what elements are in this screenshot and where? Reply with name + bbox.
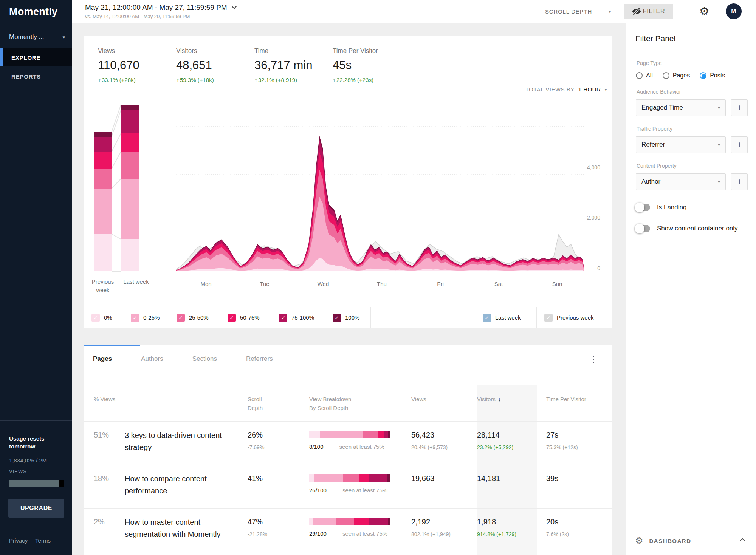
- toggle-switch[interactable]: [636, 225, 650, 232]
- breakdown-segment-50-75%: [354, 518, 369, 525]
- breakdown-segment-0-25%: [313, 518, 336, 525]
- cell-view-breakdown: 8/100seen at least 75%: [309, 431, 411, 465]
- bar-segment-75-100%: [121, 110, 139, 133]
- views-value: 2,192: [411, 518, 477, 526]
- table-row[interactable]: 2%How to master content segmentation wit…: [84, 508, 612, 552]
- filter-panel: Filter Panel Page Type AllPagesPosts Aud…: [626, 23, 756, 555]
- page-type-option-posts[interactable]: Posts: [700, 72, 725, 79]
- scroll-depth-layer-50-75%: [176, 152, 584, 271]
- filter-toggle-button[interactable]: FILTER: [624, 4, 673, 19]
- breakdown-segment-25-50%: [336, 518, 354, 525]
- metric-value: 110,670: [98, 59, 176, 72]
- main-content: Views110,670↑33.1% (+28k)Visitors48,651↑…: [72, 23, 626, 555]
- bar-segment-50-75%: [94, 152, 112, 169]
- metric-value: 45s: [333, 59, 411, 72]
- chevron-down-icon: ▾: [718, 142, 720, 147]
- dashboard-bottom-bar[interactable]: ⚙ DASHBOARD: [626, 526, 756, 555]
- tab-pages[interactable]: Pages: [93, 355, 112, 363]
- sidebar-item-explore[interactable]: EXPLORE: [0, 48, 72, 66]
- chart-interval-select[interactable]: TOTAL VIEWS BY 1 HOUR ▾: [525, 86, 607, 93]
- breakdown-segment-0%: [309, 518, 313, 525]
- column-header-pct-views[interactable]: % Views: [94, 395, 125, 421]
- radio-button: [700, 72, 706, 79]
- breakdown-segment-100%: [387, 474, 390, 482]
- add-filter-button[interactable]: +: [731, 173, 748, 190]
- filter-select-content-property[interactable]: Author▾: [636, 173, 726, 190]
- filter-select-audience-behavior[interactable]: Engaged Time▾: [636, 99, 726, 116]
- toggle-switch[interactable]: [636, 204, 650, 211]
- breakdown-labels: 8/100seen at least 75%: [309, 444, 411, 450]
- legend-checkbox-Previousweek[interactable]: ✓: [544, 314, 553, 322]
- tpv-value: 20s: [546, 518, 612, 526]
- legend-checkbox-50-75[interactable]: ✓: [228, 314, 236, 322]
- cell-time-per-visitor: 27s75.3% (+12s): [537, 431, 612, 465]
- scroll-depth-value: 47%: [248, 518, 309, 526]
- filter-button-label: FILTER: [643, 8, 665, 15]
- sidebar: Momently Momently ... ▾ EXPLOREREPORTS U…: [0, 0, 72, 555]
- metric-label: Visitors: [176, 47, 254, 55]
- cell-pct-views: 51%: [94, 431, 125, 465]
- cell-pct-views: 18%: [94, 474, 125, 508]
- tab-referrers[interactable]: Referrers: [246, 355, 273, 363]
- legend-checkbox-0[interactable]: ✓: [91, 314, 100, 322]
- table-row[interactable]: 18%How to compare content performance41%…: [84, 465, 612, 508]
- filter-selects: Audience BehaviorEngaged Time▾+Traffic P…: [626, 89, 756, 190]
- bar-segment-0%: [94, 234, 112, 271]
- arrow-up-icon: ↑: [333, 77, 336, 83]
- metric-delta: ↑32.1% (+8,919): [254, 77, 333, 83]
- metric-card-views: Views110,670↑33.1% (+28k): [98, 47, 176, 83]
- legend-checkbox-0-25[interactable]: ✓: [131, 314, 139, 322]
- tpv-delta: 75.3% (+12s): [546, 444, 612, 450]
- tpv-value: 39s: [546, 474, 612, 483]
- breakdown-segment-25-50%: [343, 474, 359, 482]
- legend-item-Previousweek: ✓Previous week: [537, 307, 612, 328]
- kebab-menu-icon[interactable]: ⋮: [589, 354, 598, 365]
- overlay-metric-select[interactable]: SCROLL DEPTH ▾: [545, 5, 611, 19]
- table-row[interactable]: 51%3 keys to data-driven content strateg…: [84, 421, 612, 465]
- legend-spacer: [371, 307, 475, 328]
- page-type-option-all[interactable]: All: [636, 72, 653, 79]
- column-header-visitors[interactable]: Visitors↓: [477, 395, 537, 421]
- breakdown-segment-75-100%: [369, 474, 387, 482]
- views-value: 19,663: [411, 474, 477, 483]
- column-header-scroll-depth[interactable]: ScrollDepth: [248, 395, 309, 421]
- brand-logo: Momently: [9, 6, 57, 18]
- last-week-stacked-bar: [121, 105, 139, 271]
- breakdown-segment-0%: [309, 431, 320, 438]
- cell-page-title[interactable]: 3 keys to data-driven content strategy: [125, 429, 238, 465]
- legend-checkbox-75-100[interactable]: ✓: [279, 314, 287, 322]
- visitors-delta: 914.8% (+1,729): [477, 531, 537, 537]
- tab-authors[interactable]: Authors: [141, 355, 163, 363]
- cell-visitors: 14,181: [477, 474, 537, 508]
- page-type-option-pages[interactable]: Pages: [663, 72, 690, 79]
- y-axis-label: 0: [578, 265, 600, 271]
- sidebar-item-reports[interactable]: REPORTS: [0, 67, 72, 85]
- workspace-select[interactable]: Momently ... ▾: [9, 33, 65, 44]
- legend-checkbox-25-50[interactable]: ✓: [177, 314, 185, 322]
- cell-page-title[interactable]: How to master content segmentation with …: [125, 516, 238, 552]
- legend-label: Previous week: [557, 314, 594, 321]
- cell-views: 56,42320.4% (+9,573): [411, 431, 477, 465]
- terms-link[interactable]: Terms: [35, 537, 51, 544]
- column-header-views[interactable]: Views: [411, 395, 477, 421]
- user-avatar[interactable]: M: [726, 3, 742, 19]
- upgrade-button[interactable]: UPGRADE: [8, 499, 64, 518]
- visitors-value: 1,918: [477, 518, 537, 526]
- add-filter-button[interactable]: +: [731, 99, 748, 116]
- legend-checkbox-100[interactable]: ✓: [333, 314, 341, 322]
- legend-label: 50-75%: [240, 314, 260, 321]
- settings-gear-icon[interactable]: ⚙: [699, 4, 710, 19]
- filter-select-value: Author: [641, 178, 660, 186]
- date-range-selector[interactable]: May 21, 12:00:00 AM - May 27, 11:59:59 P…: [85, 3, 236, 19]
- privacy-link[interactable]: Privacy: [9, 537, 28, 544]
- legend-item-0: ✓0%: [84, 307, 123, 328]
- table-header-row: % Views ScrollDepth View BreakdownBy Scr…: [84, 385, 612, 421]
- legend-checkbox-Lastweek[interactable]: ✓: [483, 314, 491, 322]
- filter-select-traffic-property[interactable]: Referrer▾: [636, 136, 726, 153]
- column-header-time-per-visitor[interactable]: Time Per Visitor: [537, 395, 612, 421]
- add-filter-button[interactable]: +: [731, 136, 748, 153]
- cell-page-title[interactable]: How to compare content performance: [125, 473, 238, 508]
- cell-scroll-depth: 47%-21.28%: [248, 518, 309, 552]
- top-bar: May 21, 12:00:00 AM - May 27, 11:59:59 P…: [72, 0, 756, 23]
- tab-sections[interactable]: Sections: [192, 355, 217, 363]
